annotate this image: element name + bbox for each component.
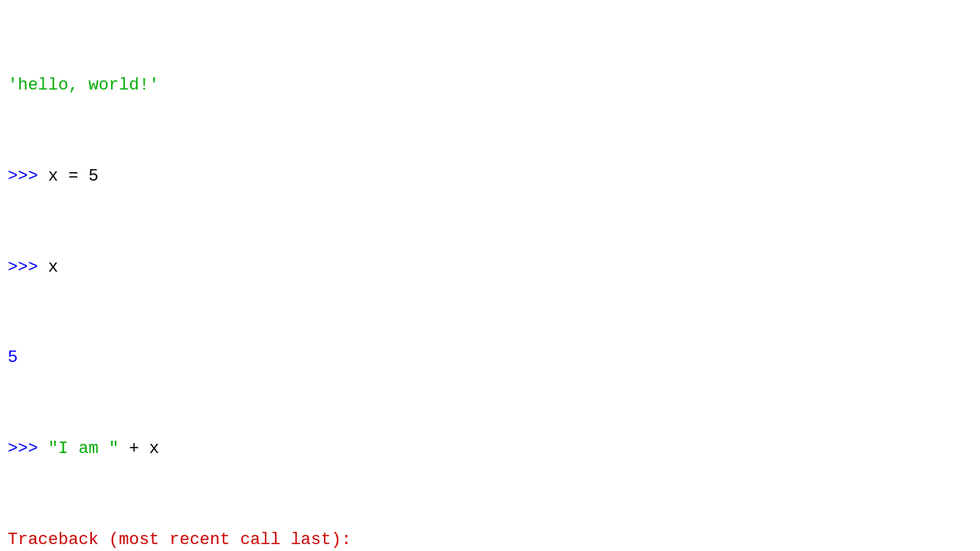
prompt: >>> — [8, 439, 48, 458]
line-x-output1: 5 — [8, 347, 972, 370]
line-concat-prompt: >>> "I am " + x — [8, 438, 972, 461]
terminal-output: 'hello, world!' >>> x = 5 >>> x 5 >>> "I… — [8, 6, 972, 551]
prompt: >>> — [8, 167, 48, 186]
line-hello: 'hello, world!' — [8, 74, 972, 97]
line-assign-x5-prompt: >>> x = 5 — [8, 165, 972, 188]
line-x-prompt1: >>> x — [8, 256, 972, 279]
code: x — [48, 258, 58, 277]
prompt: >>> — [8, 258, 48, 277]
code: "I am " + x — [48, 439, 159, 458]
code: x = 5 — [48, 167, 99, 186]
line-tb1-header: Traceback (most recent call last): — [8, 529, 972, 551]
